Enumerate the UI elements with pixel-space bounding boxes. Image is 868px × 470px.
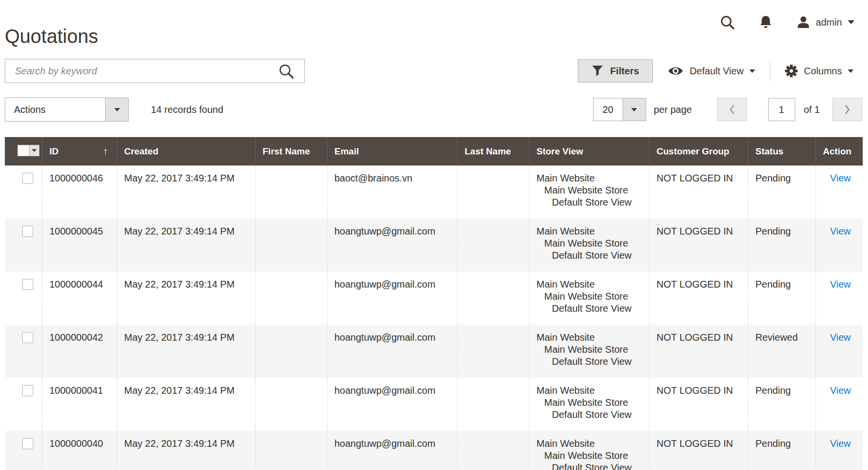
search-icon[interactable]: [279, 64, 294, 79]
chevron-right-icon: [844, 104, 851, 115]
column-header-status[interactable]: Status: [748, 137, 815, 166]
view-link[interactable]: View: [830, 173, 851, 183]
previous-page-button[interactable]: [717, 98, 747, 121]
view-link[interactable]: View: [830, 226, 851, 236]
current-page-input[interactable]: [768, 98, 795, 121]
cell-status: Pending: [748, 431, 815, 470]
cell-first-name: [255, 219, 327, 272]
chevron-down-icon: [848, 69, 854, 73]
row-checkbox[interactable]: [22, 173, 33, 184]
store-view-line: Default Store View: [537, 303, 644, 315]
gear-icon: [785, 64, 798, 78]
row-checkbox[interactable]: [22, 385, 33, 396]
chevron-down-icon: [631, 108, 637, 111]
cell-last-name: [457, 431, 529, 470]
chevron-left-icon: [729, 104, 735, 115]
search-input[interactable]: [5, 59, 305, 83]
row-checkbox[interactable]: [22, 438, 33, 449]
view-link[interactable]: View: [830, 332, 851, 343]
view-link[interactable]: View: [830, 438, 851, 449]
cell-action: View: [815, 272, 863, 325]
row-checkbox[interactable]: [22, 226, 33, 237]
cell-store-view: Main WebsiteMain Website StoreDefault St…: [529, 166, 649, 219]
row-select-cell: [5, 166, 42, 219]
store-view-line: Main Website Store: [537, 237, 644, 249]
notifications-bell-icon[interactable]: [759, 15, 773, 29]
column-header-id[interactable]: ID ↑: [42, 137, 117, 166]
cell-customer-group: NOT LOGGED IN: [649, 378, 748, 431]
column-header-created[interactable]: Created: [117, 137, 255, 166]
cell-last-name: [457, 325, 529, 378]
row-select-cell: [5, 219, 42, 272]
table-row: 1000000041 May 22, 2017 3:49:14 PM hoang…: [5, 378, 863, 431]
column-header-first-name[interactable]: First Name: [255, 137, 327, 166]
row-select-cell: [5, 378, 42, 431]
page-total-label: of 1: [804, 104, 820, 115]
store-view-line: Main Website: [537, 385, 644, 397]
cell-last-name: [457, 219, 529, 272]
account-menu[interactable]: admin: [797, 15, 854, 29]
select-all-dropdown[interactable]: [17, 145, 40, 156]
actions-dropdown[interactable]: Actions: [5, 97, 129, 122]
column-header-customer-group[interactable]: Customer Group: [649, 137, 748, 166]
cell-created: May 22, 2017 3:49:14 PM: [117, 378, 255, 431]
columns-control[interactable]: Columns: [785, 64, 854, 78]
store-view-line: Main Website Store: [537, 184, 644, 196]
table-row: 1000000042 May 22, 2017 3:49:14 PM hoang…: [5, 325, 863, 378]
cell-customer-group: NOT LOGGED IN: [649, 219, 748, 272]
cell-action: View: [815, 219, 863, 272]
default-view-label: Default View: [690, 66, 744, 77]
view-link[interactable]: View: [830, 279, 851, 290]
per-page-dropdown-button[interactable]: [623, 98, 646, 121]
cell-status: Pending: [748, 272, 815, 325]
cell-status: Pending: [748, 378, 815, 431]
table-row: 1000000045 May 22, 2017 3:49:14 PM hoang…: [5, 219, 863, 272]
column-header-email[interactable]: Email: [327, 137, 457, 166]
row-checkbox[interactable]: [22, 279, 33, 290]
row-select-cell: [5, 272, 42, 325]
default-view-control[interactable]: Default View: [667, 66, 755, 77]
cell-store-view: Main WebsiteMain Website StoreDefault St…: [529, 325, 649, 378]
grid-controls-row: Actions 14 records found 20 per page of …: [5, 97, 862, 122]
cell-last-name: [457, 166, 529, 219]
global-search-icon[interactable]: [719, 14, 735, 30]
cell-customer-group: NOT LOGGED IN: [649, 325, 748, 378]
admin-header-icons: admin: [719, 14, 854, 30]
cell-email: hoangtuwp@gmail.com: [327, 431, 457, 470]
store-view-line: Default Store View: [537, 249, 644, 262]
column-header-store-view[interactable]: Store View: [529, 137, 649, 166]
next-page-button[interactable]: [832, 98, 862, 121]
store-view-line: Main Website: [537, 172, 644, 184]
user-avatar-icon: [797, 15, 810, 29]
chevron-down-icon: [749, 69, 755, 73]
eye-icon: [667, 66, 684, 76]
store-view-line: Default Store View: [537, 462, 644, 470]
column-header-last-name[interactable]: Last Name: [457, 137, 529, 166]
cell-status: Reviewed: [748, 325, 815, 378]
select-all-checkbox[interactable]: [18, 145, 29, 156]
records-found-text: 14 records found: [151, 97, 223, 122]
per-page-dropdown[interactable]: 20: [593, 98, 646, 121]
view-link[interactable]: View: [830, 385, 851, 396]
row-select-cell: [5, 431, 42, 470]
cell-customer-group: NOT LOGGED IN: [649, 272, 748, 325]
cell-id: 1000000044: [42, 272, 117, 325]
cell-store-view: Main WebsiteMain Website StoreDefault St…: [529, 431, 649, 470]
cell-id: 1000000040: [42, 431, 117, 470]
cell-email: hoangtuwp@gmail.com: [327, 219, 457, 272]
cell-id: 1000000041: [42, 378, 117, 431]
filters-button[interactable]: Filters: [578, 59, 653, 83]
cell-status: Pending: [748, 166, 815, 219]
store-view-line: Default Store View: [537, 356, 644, 368]
row-checkbox[interactable]: [22, 332, 33, 343]
grid-header-row: ID ↑ Created First Name Email Last Name …: [5, 137, 863, 166]
store-view-line: Main Website: [537, 278, 644, 290]
keyword-search: [5, 59, 305, 83]
cell-action: View: [815, 325, 863, 378]
cell-customer-group: NOT LOGGED IN: [649, 166, 748, 219]
chevron-down-icon: [848, 20, 854, 24]
cell-id: 1000000042: [42, 325, 117, 378]
cell-store-view: Main WebsiteMain Website StoreDefault St…: [529, 272, 649, 325]
cell-id: 1000000045: [42, 219, 117, 272]
actions-dropdown-button[interactable]: [105, 98, 128, 121]
